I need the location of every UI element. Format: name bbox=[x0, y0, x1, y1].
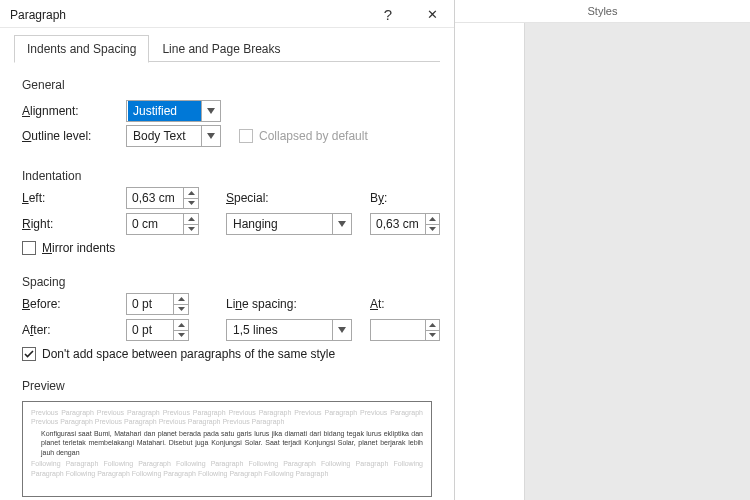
spacing-after-spinner[interactable]: 0 pt bbox=[126, 319, 189, 341]
no-space-same-style-label: Don't add space between paragraphs of th… bbox=[42, 347, 335, 361]
chevron-down-icon bbox=[332, 320, 351, 340]
spin-down-icon[interactable] bbox=[426, 225, 439, 235]
spin-down-icon[interactable] bbox=[426, 331, 439, 341]
spin-up-icon[interactable] bbox=[184, 188, 198, 199]
by-value: 0,63 cm bbox=[371, 214, 425, 234]
spacing-before-label: Before: bbox=[22, 297, 120, 311]
section-general: General bbox=[22, 78, 432, 92]
tab-line-page-breaks[interactable]: Line and Page Breaks bbox=[149, 35, 293, 62]
preview-body-text: Konfigurasi saat Bumi, Matahari dan plan… bbox=[41, 429, 423, 457]
outline-level-select[interactable]: Body Text bbox=[126, 125, 221, 147]
alignment-label: Alignment: bbox=[22, 104, 120, 118]
spinner-buttons[interactable] bbox=[173, 320, 188, 340]
spacing-after-value: 0 pt bbox=[127, 320, 173, 340]
indent-right-label: Right: bbox=[22, 217, 120, 231]
section-spacing: Spacing bbox=[22, 275, 432, 289]
chevron-down-icon bbox=[201, 101, 220, 121]
no-space-same-style-checkbox[interactable] bbox=[22, 347, 36, 361]
outline-level-value: Body Text bbox=[127, 129, 201, 143]
close-button[interactable]: ✕ bbox=[410, 2, 454, 28]
line-spacing-label: Line spacing: bbox=[226, 297, 366, 311]
preview-following-text: Following Paragraph Following Paragraph … bbox=[31, 459, 423, 478]
close-icon: ✕ bbox=[427, 7, 438, 22]
spin-up-icon[interactable] bbox=[174, 294, 188, 305]
line-spacing-select[interactable]: 1,5 lines bbox=[226, 319, 352, 341]
spin-up-icon[interactable] bbox=[426, 214, 439, 225]
indent-right-spinner[interactable]: 0 cm bbox=[126, 213, 199, 235]
styles-label: Styles bbox=[588, 5, 618, 17]
spin-down-icon[interactable] bbox=[184, 225, 198, 235]
spin-down-icon[interactable] bbox=[174, 331, 188, 341]
spin-up-icon[interactable] bbox=[426, 320, 439, 331]
mirror-indents-label: Mirror indents bbox=[42, 241, 115, 255]
spinner-buttons[interactable] bbox=[425, 320, 439, 340]
at-label: At: bbox=[370, 297, 440, 311]
help-icon: ? bbox=[384, 6, 392, 23]
spinner-buttons[interactable] bbox=[183, 188, 198, 208]
collapsed-checkbox bbox=[239, 129, 253, 143]
dialog-title: Paragraph bbox=[10, 8, 366, 22]
spacing-before-value: 0 pt bbox=[127, 294, 173, 314]
spacing-before-spinner[interactable]: 0 pt bbox=[126, 293, 189, 315]
alignment-select[interactable]: Justified bbox=[126, 100, 221, 122]
tab-label: Line and Page Breaks bbox=[162, 42, 280, 56]
tab-indents-spacing[interactable]: Indents and Spacing bbox=[14, 35, 149, 63]
outline-level-label: Outline level: bbox=[22, 129, 120, 143]
paragraph-dialog: Paragraph ? ✕ Indents and Spacing Line a… bbox=[0, 0, 455, 500]
special-select[interactable]: Hanging bbox=[226, 213, 352, 235]
spin-down-icon[interactable] bbox=[184, 199, 198, 209]
spinner-buttons[interactable] bbox=[425, 214, 439, 234]
section-indentation: Indentation bbox=[22, 169, 432, 183]
spinner-buttons[interactable] bbox=[173, 294, 188, 314]
tab-label: Indents and Spacing bbox=[27, 42, 136, 56]
tab-strip: Indents and Spacing Line and Page Breaks bbox=[0, 28, 454, 62]
line-spacing-value: 1,5 lines bbox=[227, 323, 332, 337]
chevron-down-icon bbox=[332, 214, 351, 234]
spin-up-icon[interactable] bbox=[174, 320, 188, 331]
mirror-indents-checkbox[interactable] bbox=[22, 241, 36, 255]
by-spinner[interactable]: 0,63 cm bbox=[370, 213, 440, 235]
alignment-value: Justified bbox=[128, 101, 201, 121]
preview-box: Previous Paragraph Previous Paragraph Pr… bbox=[22, 401, 432, 497]
tab-pane: General Alignment: Justified Outline lev… bbox=[0, 62, 454, 500]
chevron-down-icon bbox=[201, 126, 220, 146]
help-button[interactable]: ? bbox=[366, 2, 410, 28]
special-label: Special: bbox=[226, 191, 366, 205]
document-area: Styles bbox=[455, 0, 750, 500]
by-label: By: bbox=[370, 191, 440, 205]
section-preview: Preview bbox=[22, 379, 432, 393]
indent-left-label: Left: bbox=[22, 191, 120, 205]
titlebar: Paragraph ? ✕ bbox=[0, 0, 454, 28]
spinner-buttons[interactable] bbox=[183, 214, 198, 234]
indent-left-spinner[interactable]: 0,63 cm bbox=[126, 187, 199, 209]
indent-right-value: 0 cm bbox=[127, 214, 183, 234]
preview-previous-text: Previous Paragraph Previous Paragraph Pr… bbox=[31, 408, 423, 427]
spin-down-icon[interactable] bbox=[174, 305, 188, 315]
at-value bbox=[371, 320, 425, 340]
collapsed-label: Collapsed by default bbox=[259, 129, 368, 143]
spin-up-icon[interactable] bbox=[184, 214, 198, 225]
ribbon-group-label: Styles bbox=[455, 0, 750, 23]
at-spinner[interactable] bbox=[370, 319, 440, 341]
styles-panel[interactable] bbox=[524, 23, 750, 500]
special-value: Hanging bbox=[227, 217, 332, 231]
indent-left-value: 0,63 cm bbox=[127, 188, 183, 208]
spacing-after-label: After: bbox=[22, 323, 120, 337]
